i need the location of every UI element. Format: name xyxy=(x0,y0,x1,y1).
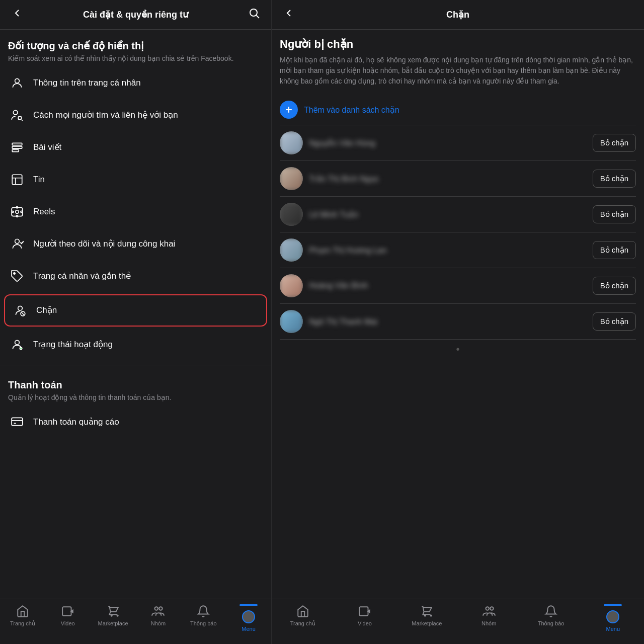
right-nav-menu-label: Menu xyxy=(606,626,620,632)
left-nav-home[interactable]: Trang chủ xyxy=(0,604,45,627)
menu-item-posts[interactable]: Bài viết xyxy=(0,131,271,164)
left-nav-notifications[interactable]: Thông báo xyxy=(181,604,226,626)
left-home-icon xyxy=(16,604,30,618)
left-video-icon xyxy=(61,604,75,618)
blocked-avatar-6 xyxy=(280,310,303,333)
svg-point-2 xyxy=(15,78,20,83)
svg-line-20 xyxy=(21,312,24,315)
svg-line-1 xyxy=(257,16,260,19)
find-contact-icon xyxy=(8,106,26,124)
svg-point-39 xyxy=(490,607,494,610)
menu-item-reels[interactable]: Reels xyxy=(0,196,271,228)
right-nav-active-bar xyxy=(604,604,622,606)
right-nav-video[interactable]: Video xyxy=(334,604,395,626)
left-bottom-nav: Trang chủ Video Marketplace Nhóm Thông b… xyxy=(0,599,271,644)
unblock-button-1[interactable]: Bỏ chặn xyxy=(593,134,636,152)
left-nav-home-label: Trang chủ xyxy=(10,620,35,627)
svg-rect-6 xyxy=(12,143,22,145)
blocked-section-title: Người bị chặn xyxy=(272,30,644,55)
right-menu-icon xyxy=(606,610,620,624)
right-nav-video-label: Video xyxy=(358,620,372,626)
blocked-user-row: Ngô Thị Thanh Mai Bỏ chặn xyxy=(272,304,644,339)
right-nav-home-label: Trang chủ xyxy=(290,620,315,627)
profile-info-icon xyxy=(8,74,26,92)
right-back-button[interactable] xyxy=(280,7,298,22)
svg-point-11 xyxy=(16,210,19,213)
menu-item-profile-tags-label: Trang cá nhân và gắn thẻ xyxy=(33,271,131,281)
menu-item-followers-label: Người theo dõi và nội dung công khai xyxy=(33,238,175,249)
svg-point-0 xyxy=(250,9,257,16)
blocked-name-5: Hoàng Văn Bình xyxy=(309,281,593,290)
svg-rect-23 xyxy=(12,418,23,426)
menu-item-block-label: Chặn xyxy=(36,305,57,315)
right-video-icon xyxy=(358,604,372,618)
svg-point-14 xyxy=(12,211,14,212)
svg-rect-34 xyxy=(359,607,368,615)
menu-item-profile-tags[interactable]: Trang cá nhân và gắn thẻ xyxy=(0,260,271,292)
menu-item-followers[interactable]: Người theo dõi và nội dung công khai xyxy=(0,228,271,260)
menu-item-find-contact-label: Cách mọi người tìm và liên hệ với bạn xyxy=(33,110,178,120)
left-scroll-content: Đối tượng và chế độ hiển thị Kiểm soát x… xyxy=(0,30,271,599)
right-nav-menu[interactable]: Menu xyxy=(582,604,644,632)
menu-item-block[interactable]: Chặn xyxy=(4,294,267,327)
left-nav-marketplace[interactable]: Marketplace xyxy=(91,604,136,626)
right-nav-groups[interactable]: Nhóm xyxy=(458,604,520,626)
menu-item-activity[interactable]: Trạng thái hoạt động xyxy=(0,329,271,361)
blocked-description: Một khi bạn đã chặn ai đó, họ sẽ không x… xyxy=(272,55,644,95)
right-notifications-icon xyxy=(544,604,558,618)
right-groups-icon xyxy=(482,604,496,618)
svg-rect-26 xyxy=(62,607,71,615)
menu-item-stories[interactable]: Tin xyxy=(0,164,271,196)
menu-item-reels-label: Reels xyxy=(33,207,55,217)
left-back-button[interactable] xyxy=(8,7,26,22)
add-to-block-label: Thêm vào danh sách chặn xyxy=(304,105,399,115)
svg-rect-8 xyxy=(12,149,19,151)
left-nav-active-bar xyxy=(239,604,258,606)
svg-point-31 xyxy=(159,607,163,610)
right-header-title: Chặn xyxy=(298,9,618,20)
svg-point-21 xyxy=(15,340,20,345)
svg-point-17 xyxy=(14,273,15,274)
unblock-button-6[interactable]: Bỏ chặn xyxy=(593,312,636,331)
section1-title: Đối tượng và chế độ hiển thị xyxy=(8,40,263,52)
blocked-user-row: Trần Thị Bích Ngọc Bỏ chặn xyxy=(272,161,644,196)
menu-item-profile-info-label: Thông tin trên trang cá nhân xyxy=(33,78,141,88)
menu-item-profile-info[interactable]: Thông tin trên trang cá nhân xyxy=(0,67,271,99)
left-nav-menu-label: Menu xyxy=(242,626,256,632)
menu-item-find-contact[interactable]: Cách mọi người tìm và liên hệ với bạn xyxy=(0,99,271,131)
right-menu-avatar xyxy=(606,610,619,623)
left-nav-menu[interactable]: Menu xyxy=(226,604,271,632)
svg-line-5 xyxy=(22,119,23,120)
right-nav-marketplace[interactable]: Marketplace xyxy=(396,604,458,626)
menu-item-payment-ads[interactable]: Thanh toán quảng cáo xyxy=(0,406,271,438)
block-icon xyxy=(11,301,29,319)
right-nav-notifications[interactable]: Thông báo xyxy=(520,604,582,626)
svg-rect-9 xyxy=(12,175,22,185)
section-divider-1 xyxy=(0,365,271,365)
left-nav-video[interactable]: Video xyxy=(45,604,91,626)
right-nav-home[interactable]: Trang chủ xyxy=(272,604,334,627)
unblock-button-5[interactable]: Bỏ chặn xyxy=(593,277,636,295)
profile-tags-icon xyxy=(8,267,26,285)
left-search-button[interactable] xyxy=(245,7,263,22)
section2-subtitle: Quản lý hoạt động và thông tin thanh toá… xyxy=(8,393,263,403)
menu-item-posts-label: Bài viết xyxy=(33,142,61,152)
svg-point-37 xyxy=(431,615,432,616)
add-block-icon xyxy=(280,101,298,119)
menu-item-activity-label: Trạng thái hoạt động xyxy=(33,339,113,350)
unblock-button-3[interactable]: Bỏ chặn xyxy=(593,205,636,223)
svg-point-38 xyxy=(486,607,489,610)
svg-point-36 xyxy=(425,615,426,616)
left-nav-groups[interactable]: Nhóm xyxy=(135,604,181,626)
add-to-block-list[interactable]: Thêm vào danh sách chặn xyxy=(272,95,644,125)
unblock-button-4[interactable]: Bỏ chặn xyxy=(593,241,636,259)
unblock-button-2[interactable]: Bỏ chặn xyxy=(593,170,636,188)
left-nav-video-label: Video xyxy=(61,620,75,626)
blocked-name-3: Lê Minh Tuấn xyxy=(309,210,593,219)
svg-marker-27 xyxy=(70,609,73,614)
svg-point-16 xyxy=(15,239,20,244)
left-marketplace-icon xyxy=(106,604,120,618)
left-nav-groups-label: Nhóm xyxy=(151,620,166,626)
right-home-icon xyxy=(296,604,310,618)
right-header: Chặn xyxy=(272,0,644,30)
